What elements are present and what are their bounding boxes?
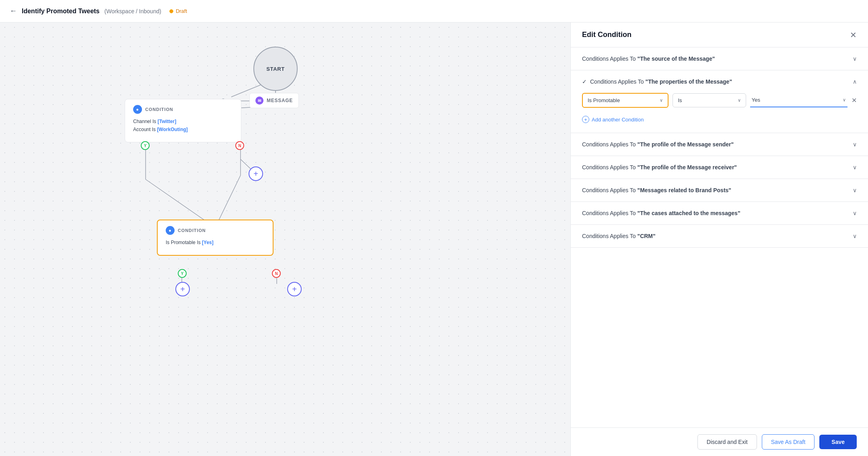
field-select-arrow-icon: ∨ [660,98,663,103]
header: ← Identify Promoted Tweets (Workspace / … [0,0,868,23]
chevron-down-icon: ∨ [853,55,857,62]
condition2-label: CONDITION [178,228,206,233]
operator-select-arrow-icon: ∨ [738,98,741,103]
condition-row-1: Is Promotable ∨ Is ∨ Yes ∨ [582,93,857,108]
message-label: MESSAGE [267,98,293,103]
start-node: START [253,47,298,91]
condition2-no-badge: N [272,269,281,278]
field-select-value: Is Promotable [588,97,620,103]
accordion-crm: Conditions Applies To "CRM" ∨ [571,225,868,248]
status-badge: Draft [169,8,187,14]
operator-select-value: Is [678,97,682,103]
add-condition-button[interactable]: + Add another Condition [582,114,857,125]
chevron-down-icon-2: ∨ [853,141,857,148]
field-select[interactable]: Is Promotable ∨ [582,93,668,108]
add-circle-icon: + [582,116,589,123]
condition1-icon: ● [133,105,142,114]
condition1-rule-2: Account Is [WorkOuting] [133,127,233,132]
plus-button-bottom-left[interactable]: + [175,282,190,296]
status-dot [169,9,173,13]
condition1-yes-badge: Y [141,141,150,150]
accordion-crm-header[interactable]: Conditions Applies To "CRM" ∨ [571,225,868,247]
right-panel: Edit Condition ✕ Conditions Applies To "… [570,23,868,456]
accordion-brand-text: Conditions Applies To "Messages related … [582,187,853,193]
condition1-rule-1: Channel Is [Twitter] [133,119,233,124]
chevron-down-icon-5: ∨ [853,210,857,216]
page-title: Identify Promoted Tweets [22,8,100,15]
condition-node-1[interactable]: ● CONDITION Channel Is [Twitter] Account… [125,99,241,142]
accordion-source-header[interactable]: Conditions Applies To "The source of the… [571,47,868,70]
status-label: Draft [176,8,187,14]
message-node[interactable]: ✉ MESSAGE [249,93,299,108]
accordion-sender-header[interactable]: Conditions Applies To "The profile of th… [571,133,868,156]
accordion-brand-header[interactable]: Conditions Applies To "Messages related … [571,179,868,201]
value-select[interactable]: Yes ∨ [750,93,847,107]
value-select-arrow-icon: ∨ [843,97,846,103]
accordion-brand-posts: Conditions Applies To "Messages related … [571,179,868,202]
delete-condition-button[interactable]: ✕ [852,97,857,104]
plus-button-n-path[interactable]: + [249,166,263,181]
chevron-down-icon-6: ∨ [853,233,857,239]
accordion-sender-text: Conditions Applies To "The profile of th… [582,141,853,148]
accordion-receiver-text: Conditions Applies To "The profile of th… [582,164,853,170]
operator-select[interactable]: Is ∨ [673,93,746,107]
accordion-properties-header[interactable]: ✓ Conditions Applies To "The properties … [571,70,868,93]
save-button[interactable]: Save [819,435,857,449]
chevron-down-icon-4: ∨ [853,187,857,193]
condition2-rule-1: Is Promotable Is [Yes] [166,240,265,245]
breadcrumb: (Workspace / Inbound) [105,8,161,14]
accordion-cases-text: Conditions Applies To "The cases attache… [582,210,853,216]
chevron-down-icon-3: ∨ [853,164,857,170]
panel-title: Edit Condition [582,31,631,39]
condition2-yes-badge: Y [178,269,187,278]
condition1-label: CONDITION [145,107,173,112]
condition-node-2[interactable]: ● CONDITION Is Promotable Is [Yes] [157,220,274,256]
condition1-header: ● CONDITION [133,105,233,114]
close-button[interactable]: ✕ [850,31,857,39]
back-button[interactable]: ← [10,7,17,15]
accordion-source: Conditions Applies To "The source of the… [571,47,868,70]
check-icon: ✓ [582,78,587,85]
chevron-up-icon: ∧ [853,78,857,85]
accordion-receiver-profile: Conditions Applies To "The profile of th… [571,156,868,179]
condition1-no-badge: N [235,141,244,150]
condition2-icon: ● [166,226,175,235]
accordion-sender-profile: Conditions Applies To "The profile of th… [571,133,868,156]
accordion-properties: ✓ Conditions Applies To "The properties … [571,70,868,133]
canvas: START ✉ MESSAGE ● CONDITION Channel Is [… [0,23,570,456]
main-layout: START ✉ MESSAGE ● CONDITION Channel Is [… [0,23,868,456]
accordion-source-text: Conditions Applies To "The source of the… [582,55,853,62]
value-select-value: Yes [752,97,760,103]
accordion-cases-header[interactable]: Conditions Applies To "The cases attache… [571,202,868,224]
accordion-receiver-header[interactable]: Conditions Applies To "The profile of th… [571,156,868,179]
accordion-properties-body: Is Promotable ∨ Is ∨ Yes ∨ [571,93,868,133]
panel-body: Conditions Applies To "The source of the… [571,47,868,427]
message-icon: ✉ [255,97,263,105]
save-draft-button[interactable]: Save As Draft [762,434,815,450]
accordion-crm-text: Conditions Applies To "CRM" [582,233,853,239]
panel-footer: Discard and Exit Save As Draft Save [571,427,868,456]
accordion-cases: Conditions Applies To "The cases attache… [571,202,868,225]
accordion-properties-text: Conditions Applies To "The properties of… [590,78,853,85]
condition2-header: ● CONDITION [166,226,265,235]
start-label: START [266,66,285,72]
add-condition-label: Add another Condition [592,117,644,123]
discard-button[interactable]: Discard and Exit [697,434,757,450]
panel-header: Edit Condition ✕ [571,23,868,47]
plus-button-bottom-right[interactable]: + [287,282,302,296]
